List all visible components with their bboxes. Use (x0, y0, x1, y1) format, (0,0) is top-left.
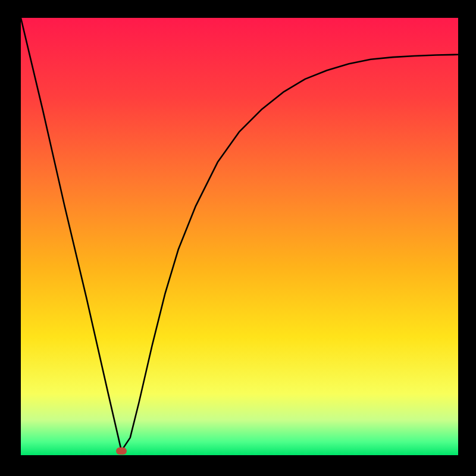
watermark-text: TheBottleneck.com (356, 1, 470, 17)
chart-container: TheBottleneck.com (0, 0, 476, 476)
frame-left (0, 0, 21, 476)
plot-area (21, 18, 458, 455)
frame-right (458, 0, 476, 476)
optimum-marker (116, 447, 127, 455)
frame-bottom (0, 455, 476, 476)
svg-rect-0 (21, 18, 458, 455)
background-gradient (21, 18, 458, 455)
